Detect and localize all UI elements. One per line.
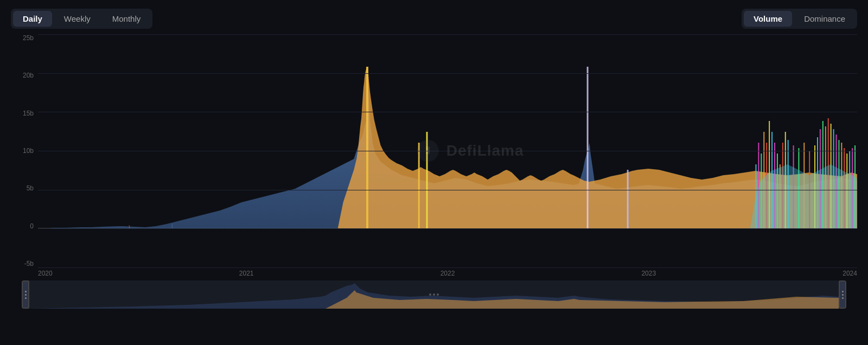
x-label-2024: 2024 (843, 270, 857, 277)
x-label-2020: 2020 (38, 270, 53, 277)
x-axis: 2020 2021 2022 2023 2024 (38, 267, 857, 279)
range-bar[interactable] (22, 280, 846, 309)
tiny-spike-2 (172, 224, 173, 228)
spike-2021 (366, 67, 368, 228)
y-label-25b: 25b (11, 34, 38, 42)
chart-area: 25b 20b 15b 10b 5b 0 -5b (11, 34, 857, 267)
tab-weekly[interactable]: Weekly (54, 11, 100, 27)
chart-svg (38, 34, 857, 267)
range-handle-left[interactable] (22, 280, 29, 309)
tab-dominance[interactable]: Dominance (794, 11, 855, 27)
tab-volume[interactable]: Volume (744, 11, 792, 27)
y-label-15b: 15b (11, 110, 38, 117)
spike-2023-2 (627, 170, 629, 228)
handle-dot (25, 294, 27, 296)
y-label-neg5b: -5b (11, 260, 38, 267)
range-center-indicator (429, 293, 439, 296)
metric-tab-group: Volume Dominance (742, 9, 857, 29)
y-label-0: 0 (11, 222, 38, 230)
top-bar: Daily Weekly Monthly Volume Dominance (11, 9, 857, 29)
x-label-2022: 2022 (441, 270, 455, 277)
range-center-dot-3 (437, 293, 439, 296)
y-label-5b: 5b (11, 184, 38, 192)
handle-dots-left (25, 291, 27, 299)
time-tab-group: Daily Weekly Monthly (11, 9, 152, 29)
tiny-spike-1 (129, 225, 130, 228)
x-label-2021: 2021 (239, 270, 254, 277)
handle-dots-right (842, 291, 844, 299)
tab-daily[interactable]: Daily (13, 11, 52, 27)
range-handle-right[interactable] (839, 280, 846, 309)
handle-dot (25, 297, 27, 299)
range-center-dot-2 (433, 293, 435, 296)
x-label-2023: 2023 (641, 270, 656, 277)
handle-dot (25, 291, 27, 292)
tab-monthly[interactable]: Monthly (103, 11, 151, 27)
y-label-20b: 20b (11, 72, 38, 79)
spike-2022-1 (418, 143, 420, 228)
handle-dot (842, 294, 844, 296)
chart-inner: Ⅱ DefiLlama (38, 34, 857, 267)
spike-2022-2 (426, 132, 428, 228)
y-axis: 25b 20b 15b 10b 5b 0 -5b (11, 34, 38, 267)
spike-2023 (587, 67, 589, 228)
handle-dot (842, 297, 844, 299)
main-container: Daily Weekly Monthly Volume Dominance 25… (0, 0, 868, 345)
handle-dot (842, 291, 844, 292)
range-center-dot-1 (429, 293, 431, 296)
y-label-10b: 10b (11, 147, 38, 155)
